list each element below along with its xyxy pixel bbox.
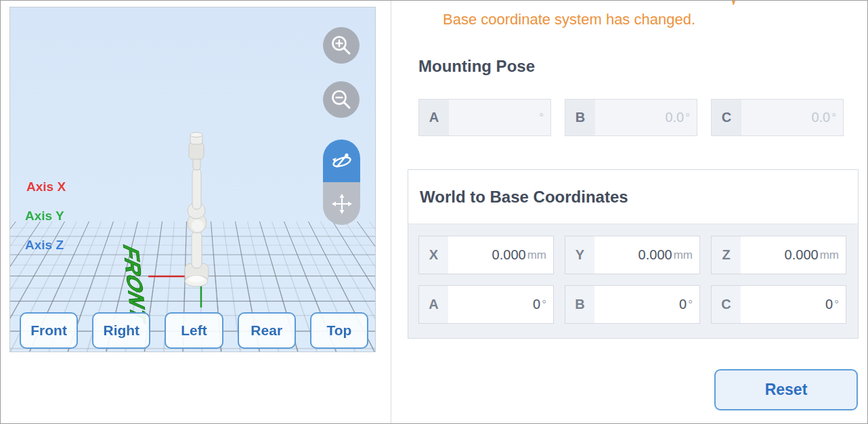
field-value: 0: [825, 297, 833, 312]
field-value: 0.000: [638, 247, 672, 263]
robot-arm-model: [185, 133, 209, 287]
field-label: A: [419, 100, 449, 135]
world-y-field[interactable]: Y 0.000mm: [565, 236, 700, 274]
panel-header: World to Base Coordinates: [408, 170, 858, 224]
field-label: Z: [712, 236, 741, 274]
view-buttons-bar: Front Right Left Rear Top: [20, 312, 368, 349]
field-unit: °: [542, 298, 546, 312]
base-changed-notice: Base coordinate system has changed.: [443, 11, 695, 28]
field-unit: mm: [674, 249, 693, 262]
field-unit: °: [831, 111, 836, 125]
field-label: C: [712, 286, 741, 323]
orbit-pan-toggle: [323, 140, 360, 225]
field-value: 0: [679, 297, 687, 312]
vertical-divider: [391, 0, 391, 424]
xyz-field-row: X 0.000mm Y 0.000mm Z 0.000mm: [418, 236, 848, 274]
axis-x-label: Axis X: [26, 179, 66, 194]
world-a-field[interactable]: A 0°: [418, 285, 554, 324]
field-value: 0: [533, 297, 540, 312]
abc-field-row: A 0° B 0° C 0°: [418, 285, 848, 324]
axis-z-label: Axis Z: [25, 238, 64, 253]
pan-mode-button[interactable]: [323, 182, 360, 225]
rotate-orbit-icon: [328, 148, 355, 174]
field-label: C: [712, 100, 741, 135]
field-value: 0.0: [811, 110, 830, 125]
field-unit: °: [834, 298, 839, 312]
field-unit: mm: [820, 249, 839, 262]
field-label: B: [565, 100, 595, 135]
field-label: B: [565, 286, 594, 323]
panel-body: X 0.000mm Y 0.000mm Z 0.000mm A 0° B 0°: [408, 224, 858, 338]
zoom-out-icon: [330, 88, 353, 111]
field-unit: °: [685, 111, 690, 125]
field-label: A: [419, 286, 448, 323]
field-value: 0.0: [665, 110, 684, 125]
mounting-pose-title: Mounting Pose: [418, 57, 535, 76]
mounting-b-field[interactable]: B 0.0°: [565, 99, 697, 136]
axis-y-label: Axis Y: [25, 209, 64, 224]
zoom-in-icon: [330, 34, 353, 57]
view-top-button[interactable]: Top: [310, 312, 368, 349]
view-left-button[interactable]: Left: [165, 312, 223, 349]
field-unit: °: [539, 111, 544, 125]
mounting-pose-fields: A ° B 0.0° C 0.0°: [418, 99, 844, 136]
mounting-a-field[interactable]: A °: [418, 99, 551, 136]
world-z-field[interactable]: Z 0.000mm: [711, 236, 846, 274]
rotate-mode-button[interactable]: [323, 140, 360, 182]
view-rear-button[interactable]: Rear: [238, 312, 296, 349]
world-c-field[interactable]: C 0°: [711, 285, 846, 324]
field-value: 0.000: [785, 247, 819, 263]
zoom-out-button[interactable]: [323, 81, 360, 118]
world-x-field[interactable]: X 0.000mm: [418, 236, 554, 274]
field-unit: mm: [527, 249, 546, 262]
mounting-c-field[interactable]: C 0.0°: [711, 99, 844, 136]
world-b-field[interactable]: B 0°: [565, 285, 700, 324]
field-label: X: [419, 236, 448, 274]
field-unit: °: [688, 298, 693, 312]
view-front-button[interactable]: Front: [20, 312, 78, 349]
pan-arrows-icon: [328, 190, 355, 217]
view-right-button[interactable]: Right: [92, 312, 150, 349]
robot-3d-viewport[interactable]: FRONT Axis X Axis Y Axis Z: [9, 7, 376, 352]
reset-button[interactable]: Reset: [714, 369, 858, 410]
zoom-in-button[interactable]: [323, 27, 360, 64]
field-label: Y: [565, 236, 594, 274]
world-to-base-panel: World to Base Coordinates X 0.000mm Y 0.…: [408, 169, 859, 339]
clipped-notice-line: y: [730, 0, 737, 5]
field-value: 0.000: [492, 247, 526, 263]
world-to-base-title: World to Base Coordinates: [420, 188, 628, 207]
